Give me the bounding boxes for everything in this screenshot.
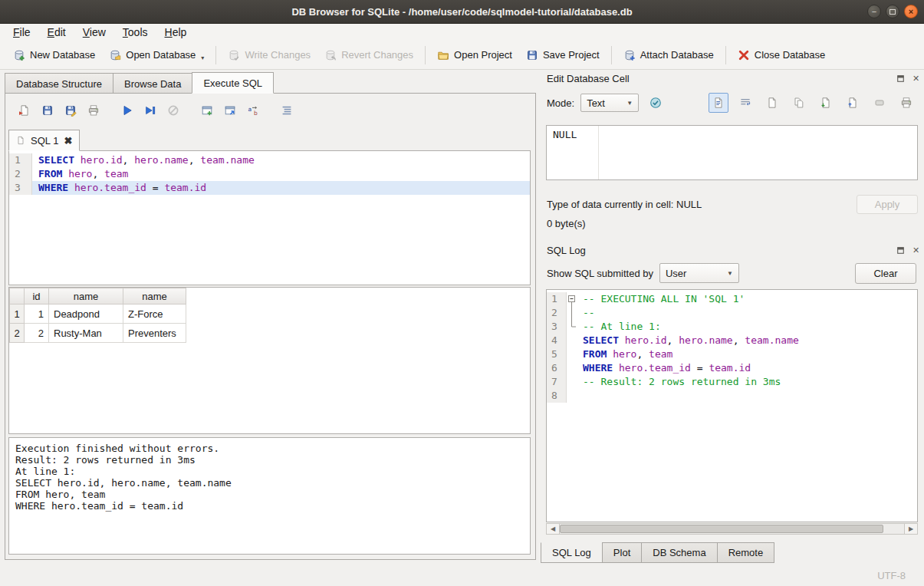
table-cell[interactable]: 1 <box>25 305 49 324</box>
find-replace-button[interactable]: ab <box>242 100 265 121</box>
row-header[interactable]: 1 <box>10 305 25 324</box>
tab-execute-sql[interactable]: Execute SQL <box>192 72 274 94</box>
fold-marker-icon[interactable] <box>567 292 577 306</box>
execution-message-pane[interactable]: Execution finished without errors. Resul… <box>8 437 531 555</box>
scroll-right-arrow-icon[interactable]: ▶ <box>904 524 917 534</box>
sql-log-filter-row: Show SQL submitted by User ▼ Clear <box>547 262 916 284</box>
sql-log-filter-combobox[interactable]: User ▼ <box>659 263 739 283</box>
scrollbar-thumb[interactable] <box>560 525 883 533</box>
code-line-7[interactable]: 7-- Result: 2 rows returned in 3ms <box>547 375 917 389</box>
print-button[interactable] <box>82 100 105 121</box>
code-line-3[interactable]: 3WHERE hero.team_id = team.id <box>9 181 530 195</box>
new-database-button[interactable]: New Database <box>6 44 102 66</box>
save-sql-as-icon <box>64 104 77 117</box>
column-header[interactable]: id <box>25 288 49 305</box>
auto-detect-button[interactable] <box>645 93 666 113</box>
cell-content-editor[interactable]: NULL <box>546 125 918 180</box>
save-sql-file-button[interactable] <box>36 100 59 121</box>
sql-document-tab[interactable]: SQL 1✖ <box>8 130 80 151</box>
table-cell[interactable]: Z-Force <box>123 305 186 324</box>
open-in-new-tab-button[interactable] <box>219 100 242 121</box>
fold-marker-icon <box>567 361 577 375</box>
document-button[interactable] <box>762 93 782 113</box>
scroll-left-arrow-icon[interactable]: ◀ <box>547 524 560 534</box>
menu-tools[interactable]: Tools <box>114 25 156 39</box>
auto-format-button[interactable] <box>275 100 298 121</box>
table-cell[interactable]: Rusty-Man <box>49 324 123 343</box>
code-line-6[interactable]: 6WHERE hero.team_id = team.id <box>547 361 917 375</box>
code-line-8[interactable]: 8 <box>547 389 917 403</box>
code-text: SELECT hero.id, hero.name, team.name <box>32 153 530 167</box>
stop-button <box>162 100 185 121</box>
code-text <box>577 389 917 403</box>
code-line-3[interactable]: 3-- At line 1: <box>547 320 917 334</box>
attach-database-button[interactable]: Attach Database <box>617 44 721 66</box>
float-dock-icon[interactable] <box>896 74 906 84</box>
apply-button[interactable]: Apply <box>857 195 918 214</box>
row-header[interactable]: 2 <box>10 324 25 343</box>
menu-help[interactable]: Help <box>156 25 196 39</box>
execution-message: Execution finished without errors. Resul… <box>9 438 530 516</box>
export-button[interactable] <box>843 93 863 113</box>
execute-current-line-button[interactable] <box>139 100 162 121</box>
export-icon <box>847 97 859 109</box>
copy-button[interactable] <box>789 93 809 113</box>
maximize-button[interactable] <box>886 5 899 18</box>
open-sql-file-button[interactable] <box>13 100 36 121</box>
write-changes-button: Write Changes <box>221 44 317 66</box>
import-button[interactable] <box>816 93 836 113</box>
text-mode-button[interactable] <box>709 93 728 113</box>
dropdown-caret-icon[interactable]: ▾ <box>201 54 204 61</box>
save-project-button[interactable]: Save Project <box>519 44 607 66</box>
code-line-2[interactable]: 2FROM hero, team <box>9 167 530 181</box>
open-database-button[interactable]: Open Database▾ <box>102 44 211 66</box>
dock-tab-db-schema[interactable]: DB Schema <box>641 542 717 563</box>
execute-all-button[interactable] <box>116 100 139 121</box>
horizontal-scrollbar[interactable]: ◀ ▶ <box>546 523 918 535</box>
minimize-button[interactable]: − <box>867 5 881 18</box>
close-dock-icon[interactable]: ✕ <box>911 245 921 255</box>
print-button[interactable] <box>896 93 916 113</box>
dock-tab-plot[interactable]: Plot <box>602 542 642 563</box>
column-header[interactable]: name <box>123 288 186 305</box>
open-project-label: Open Project <box>454 49 512 61</box>
window-controls: − × <box>867 5 918 18</box>
dock-tab-sql-log[interactable]: SQL Log <box>541 542 603 563</box>
save-sql-as-button[interactable] <box>59 100 82 121</box>
tab-database-structure[interactable]: Database Structure <box>5 73 113 94</box>
code-line-5[interactable]: 5FROM hero, team <box>547 347 917 361</box>
results-grid[interactable]: idnamename11DeadpondZ-Force22Rusty-ManPr… <box>8 287 531 434</box>
table-cell[interactable]: Preventers <box>123 324 186 343</box>
code-line-2[interactable]: 2-- <box>547 306 917 320</box>
close-database-button[interactable]: Close Database <box>731 44 833 66</box>
code-line-1[interactable]: 1-- EXECUTING ALL IN 'SQL 1' <box>547 292 917 306</box>
column-header[interactable]: name <box>49 288 123 305</box>
menu-file[interactable]: File <box>5 25 39 39</box>
table-cell[interactable]: 2 <box>25 324 49 343</box>
clear-log-button[interactable]: Clear <box>855 263 916 284</box>
line-number: 2 <box>9 167 32 181</box>
close-tab-icon[interactable]: ✖ <box>64 135 72 146</box>
open-new-tab-button[interactable] <box>196 100 219 121</box>
dock-tab-remote[interactable]: Remote <box>717 542 775 563</box>
table-cell[interactable]: Deadpond <box>49 305 123 324</box>
code-line-4[interactable]: 4SELECT hero.id, hero.name, team.name <box>547 334 917 347</box>
menu-view[interactable]: View <box>74 25 114 39</box>
save-project-icon <box>526 49 538 61</box>
open-project-button[interactable]: Open Project <box>430 44 519 66</box>
sql-log-view[interactable]: 1-- EXECUTING ALL IN 'SQL 1'2--3-- At li… <box>546 289 918 522</box>
code-line-1[interactable]: 1SELECT hero.id, hero.name, team.name <box>9 153 530 167</box>
word-wrap-button[interactable] <box>735 93 755 113</box>
menu-edit[interactable]: Edit <box>39 25 74 39</box>
code-text: -- At line 1: <box>577 320 917 334</box>
set-null-button[interactable] <box>870 93 889 113</box>
code-text: WHERE hero.team_id = team.id <box>577 361 917 375</box>
close-button[interactable]: × <box>904 5 918 18</box>
sql-editor[interactable]: 1SELECT hero.id, hero.name, team.name2FR… <box>8 150 531 285</box>
mode-combobox[interactable]: Text ▼ <box>580 94 639 112</box>
corner-header[interactable] <box>10 288 25 305</box>
execute-current-line-icon <box>144 104 156 117</box>
tab-browse-data[interactable]: Browse Data <box>113 73 192 94</box>
close-dock-icon[interactable]: ✕ <box>911 74 921 84</box>
float-dock-icon[interactable] <box>896 245 906 255</box>
